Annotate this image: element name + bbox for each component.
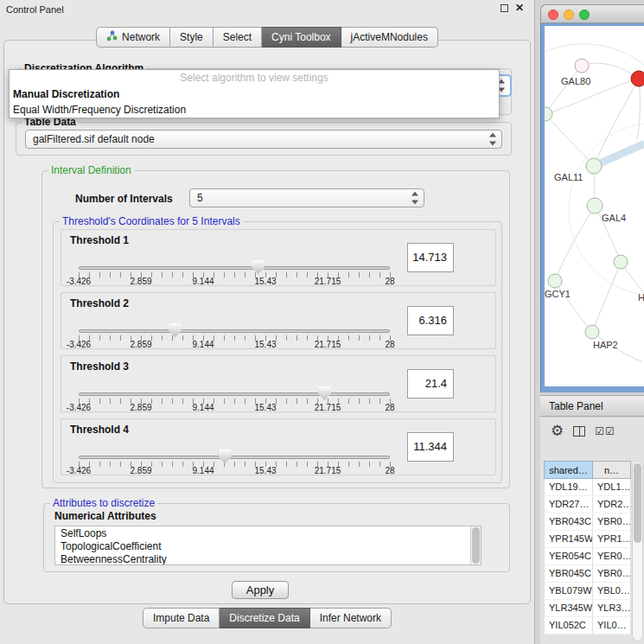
- table-data-value: galFiltered.sif default node: [33, 133, 155, 145]
- select-columns-checkbox-icons[interactable]: ☑☑: [595, 425, 615, 437]
- minimize-traffic-light-icon[interactable]: [564, 10, 574, 20]
- table-row[interactable]: YLR345WYLR3…: [544, 600, 631, 617]
- combo-stepper-icon[interactable]: [411, 192, 419, 205]
- threshold-2-panel: Threshold 2 -3.4262.8599.14415.4321.7152…: [61, 292, 496, 349]
- scrollbar-thumb[interactable]: [472, 527, 480, 564]
- table-cell[interactable]: YPR145W: [544, 531, 593, 548]
- network-canvas-svg: GAL80GAL11GAL4GCY1HAP2H: [545, 26, 644, 386]
- minimize-icon[interactable]: [501, 4, 508, 12]
- threshold-2-value-field[interactable]: 6.316: [407, 306, 454, 335]
- numerical-attributes-list[interactable]: SelfLoopsTopologicalCoefficientBetweenne…: [54, 526, 481, 565]
- algorithm-option[interactable]: Equal Width/Frequency Discretization: [10, 102, 499, 118]
- network-node[interactable]: [548, 274, 562, 288]
- table-cell[interactable]: YBR045C: [544, 565, 593, 583]
- network-node[interactable]: [545, 107, 552, 121]
- threshold-2-slider-track[interactable]: [79, 329, 390, 333]
- tab-impute-data[interactable]: Impute Data: [143, 608, 220, 628]
- tab-discretize-data[interactable]: Discretize Data: [220, 608, 309, 628]
- gear-icon[interactable]: ⚙: [551, 423, 564, 440]
- table-cell[interactable]: YER0…: [593, 548, 631, 565]
- table-cell[interactable]: YLR345W: [544, 600, 593, 617]
- table-cell[interactable]: YBL079W: [544, 583, 593, 600]
- threshold-4-slider-track[interactable]: [79, 456, 390, 459]
- algorithm-placeholder[interactable]: Select algorithm to view settings: [10, 70, 499, 86]
- table-row[interactable]: YBR045CYBR0…: [544, 565, 631, 583]
- number-of-intervals-value: 5: [197, 192, 203, 204]
- network-node[interactable]: [631, 71, 644, 86]
- tab-select[interactable]: Select: [214, 27, 262, 48]
- threshold-3-slider-track[interactable]: [79, 392, 390, 396]
- table-cell[interactable]: YBR0…: [593, 565, 631, 583]
- table-cell[interactable]: YPR1…: [593, 531, 631, 548]
- table-cell[interactable]: YIL052C: [544, 617, 593, 634]
- threshold-1-value-field[interactable]: 14.713: [407, 243, 454, 272]
- table-cell[interactable]: YER054C: [544, 548, 593, 565]
- threshold-4-value-field[interactable]: 11.344: [407, 432, 454, 462]
- network-node[interactable]: [614, 255, 628, 269]
- tab-label: Select: [223, 31, 252, 43]
- bottom-tab-bar: Impute DataDiscretize DataInfer Network: [143, 608, 392, 628]
- network-canvas[interactable]: GAL80GAL11GAL4GCY1HAP2H: [545, 26, 644, 386]
- table-row[interactable]: YPR145WYPR1…: [544, 531, 631, 548]
- tab-label: Discretize Data: [229, 612, 299, 624]
- number-of-intervals-combobox[interactable]: 5: [189, 188, 424, 207]
- attribute-item[interactable]: SelfLoops: [61, 527, 469, 540]
- table-scrollbar[interactable]: [632, 461, 643, 641]
- table-row[interactable]: YER054CYER0…: [544, 548, 631, 565]
- network-node[interactable]: [587, 198, 603, 214]
- table-data-combobox[interactable]: galFiltered.sif default node: [25, 130, 502, 149]
- tab-infer-network[interactable]: Infer Network: [310, 608, 392, 628]
- table-row[interactable]: YBR043CYBR0…: [544, 513, 631, 531]
- table-cell[interactable]: YDR2…: [593, 496, 631, 513]
- slider-scale-label: 2.859: [130, 340, 151, 349]
- network-node[interactable]: [586, 158, 602, 174]
- table-cell[interactable]: YBR043C: [544, 513, 593, 531]
- attribute-item[interactable]: BetweennessCentrality: [61, 553, 469, 565]
- tab-jactivemnodules[interactable]: jActiveMNodules: [341, 27, 438, 48]
- attributes-scrollbar[interactable]: [470, 526, 481, 564]
- threshold-1-slider-track[interactable]: [79, 266, 390, 270]
- table-cell[interactable]: YIL0…: [593, 617, 631, 634]
- close-traffic-light-icon[interactable]: [548, 10, 558, 20]
- table-cell[interactable]: YDL1…: [593, 479, 631, 496]
- interval-definition-group-label: Interval Definition: [48, 164, 134, 176]
- tab-cyni-toolbox[interactable]: Cyni Toolbox: [262, 27, 341, 48]
- network-window-titlebar[interactable]: [540, 4, 644, 23]
- apply-button[interactable]: Apply: [232, 581, 289, 599]
- slider-scale-label: -3.426: [67, 403, 91, 412]
- algorithm-option[interactable]: Manual Discretization: [10, 86, 499, 102]
- columns-icon[interactable]: [573, 426, 585, 437]
- column-header-shared-name[interactable]: shared…: [544, 461, 593, 479]
- close-icon[interactable]: ✕: [515, 4, 524, 12]
- tab-style[interactable]: Style: [170, 27, 214, 48]
- combo-stepper-icon[interactable]: [488, 133, 497, 146]
- table-cell[interactable]: YDL19…: [544, 479, 593, 496]
- attributes-group: Numerical Attributes SelfLoopsTopologica…: [43, 503, 510, 572]
- table-toolbar: ⚙ ☑☑: [551, 422, 615, 441]
- slider-scale-label: 9.144: [192, 277, 214, 286]
- scrollbar-thumb[interactable]: [634, 463, 641, 543]
- slider-scale-label: 15.43: [254, 466, 276, 475]
- slider-scale-label: 15.43: [254, 277, 276, 286]
- table-rows: YDL19…YDL1…YDR27…YDR2…YBR043CYBR0…YPR145…: [544, 479, 631, 634]
- table-row[interactable]: YBL079WYBL0…: [544, 583, 631, 600]
- table-row[interactable]: YIL052CYIL0…: [544, 617, 631, 634]
- table-row[interactable]: YDR27…YDR2…: [544, 496, 631, 513]
- threshold-3-value-field[interactable]: 21.4: [407, 369, 454, 399]
- table-row[interactable]: YDL19…YDL1…: [544, 479, 631, 496]
- table-cell[interactable]: YBR0…: [593, 513, 631, 531]
- column-header-name[interactable]: n…: [593, 461, 631, 479]
- table-cell[interactable]: YBL0…: [593, 583, 631, 600]
- table-cell[interactable]: YDR27…: [544, 496, 593, 513]
- attribute-item[interactable]: TopologicalCoefficient: [61, 540, 469, 553]
- network-node[interactable]: [575, 59, 589, 73]
- network-node[interactable]: [585, 325, 599, 339]
- tab-label: Network: [122, 31, 160, 43]
- threshold-2-label: Threshold 2: [70, 297, 129, 309]
- control-panel-titlebar: Control Panel ✕: [0, 0, 534, 19]
- tab-network[interactable]: Network: [96, 27, 170, 48]
- slider-scale-label: 21.715: [315, 466, 341, 475]
- table-cell[interactable]: YLR3…: [593, 600, 631, 617]
- network-node-label: HAP2: [593, 340, 618, 350]
- zoom-traffic-light-icon[interactable]: [579, 10, 590, 20]
